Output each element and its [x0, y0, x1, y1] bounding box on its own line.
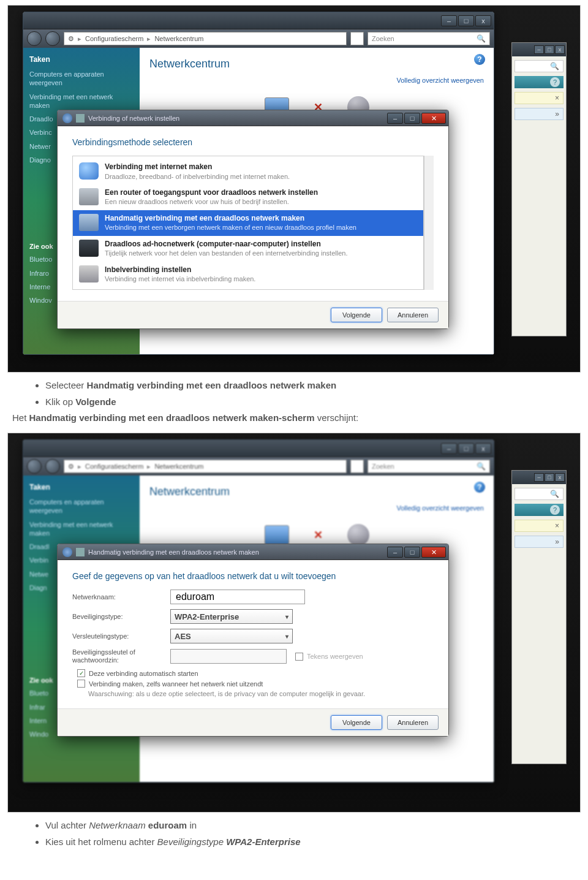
method-option[interactable]: Verbinding met internet maken Draadloze,…: [73, 159, 423, 184]
close-button[interactable]: x: [475, 15, 491, 26]
next-button[interactable]: Volgende: [331, 308, 382, 322]
refresh-button[interactable]: [350, 32, 364, 45]
page-title: Netwerkcentrum: [149, 58, 484, 70]
dialog-heading: Geef de gegevens op van het draadloos ne…: [72, 571, 434, 581]
method-option[interactable]: Draadloos ad-hocnetwerk (computer-naar-c…: [73, 236, 423, 262]
maximize-button[interactable]: □: [404, 547, 420, 558]
minimize-icon[interactable]: –: [534, 45, 544, 54]
minimize-button[interactable]: –: [441, 443, 457, 454]
address-bar: ⚙ ▸ Configuratiescherm ▸ Netwerkcentrum …: [23, 29, 494, 48]
toolbar-strip: ?: [514, 504, 564, 516]
refresh-button[interactable]: [350, 460, 364, 473]
sidebar-item[interactable]: Computers en apparaten weergeven: [29, 70, 134, 88]
method-list: Verbinding met internet maken Draadloze,…: [72, 156, 424, 290]
instruction-item: Klik op Volgende: [45, 395, 576, 409]
next-button[interactable]: Volgende: [331, 715, 382, 730]
router-icon: [79, 188, 99, 205]
encryption-type-label: Versleutelingstype:: [72, 632, 170, 640]
adhoc-icon: [79, 240, 99, 257]
maximize-button[interactable]: □: [458, 443, 474, 454]
auto-start-label: Deze verbinding automatisch starten: [89, 670, 198, 677]
breadcrumb[interactable]: ⚙▸ Configuratiescherm▸ Netwerkcentrum: [64, 460, 347, 473]
search-icon: 🔍: [477, 34, 486, 43]
full-overview-link[interactable]: Volledig overzicht weergeven: [149, 77, 484, 84]
wireless-icon: [79, 214, 99, 231]
instruction-line: Het Handmatig verbinding met een draadlo…: [12, 412, 576, 423]
internet-icon: [79, 162, 99, 180]
info-strip[interactable]: ×: [514, 520, 564, 532]
maximize-icon[interactable]: □: [545, 45, 554, 54]
security-type-label: Beveiligingstype:: [72, 613, 170, 620]
help-icon[interactable]: ?: [474, 54, 485, 65]
breadcrumb[interactable]: ⚙ ▸ Configuratiescherm ▸ Netwerkcentrum: [64, 32, 347, 45]
minimize-button[interactable]: –: [441, 15, 457, 26]
sidebar-item[interactable]: Verbinding met een netwerk maken: [29, 93, 134, 110]
chevron-down-icon: ▾: [285, 633, 288, 640]
connection-method-dialog: Verbinding of netwerk instellen – □ ✕ Ve…: [57, 110, 449, 329]
screenshot-1: – □ x 🔍 ? × » – □ x ⚙ ▸ Configuratiesche…: [7, 5, 581, 373]
secondary-window: – □ x 🔍 ? × »: [511, 42, 567, 336]
titlebar: – □ x: [23, 12, 494, 29]
network-name-label: Netwerknaam:: [72, 593, 170, 601]
show-chars-label: Tekens weergeven: [307, 653, 363, 660]
help-icon[interactable]: ?: [474, 482, 485, 493]
link-strip[interactable]: »: [514, 108, 564, 120]
dialog-title: Handmatig verbinding met een draadloos n…: [88, 548, 259, 556]
close-button[interactable]: ✕: [421, 113, 446, 124]
screenshot-2: – □ x 🔍 ? × » – □ x ⚙▸ Configuratiescher…: [7, 433, 581, 813]
security-type-select[interactable]: WPA2-Enterprise ▾: [170, 609, 293, 624]
scrollbar[interactable]: [424, 156, 434, 290]
auto-start-checkbox[interactable]: ✓: [77, 669, 85, 677]
instructions-2: Vul achter Netwerknaam eduroam in Kies u…: [12, 819, 576, 849]
network-name-input[interactable]: [170, 590, 305, 604]
search-icon: 🔍: [477, 462, 486, 471]
minimize-button[interactable]: –: [387, 547, 403, 558]
info-strip[interactable]: ×: [514, 92, 564, 104]
instruction-item: Selecteer Handmatig verbinding met een d…: [45, 379, 576, 393]
manual-wireless-dialog: Handmatig verbinding met een draadloos n…: [57, 544, 449, 737]
minimize-icon[interactable]: –: [534, 473, 544, 482]
method-option[interactable]: Een router of toegangspunt voor draadloo…: [73, 184, 423, 210]
back-arrow-icon[interactable]: [62, 113, 72, 123]
instructions-1: Selecteer Handmatig verbinding met een d…: [12, 379, 576, 423]
close-button[interactable]: x: [475, 443, 491, 454]
search-input[interactable]: Zoeken 🔍: [368, 460, 490, 473]
link-strip[interactable]: »: [514, 536, 564, 548]
forward-button[interactable]: [45, 459, 60, 474]
security-key-input[interactable]: [170, 649, 287, 664]
chevron-down-icon: ▾: [285, 613, 288, 620]
dialog-title: Verbinding of netwerk instellen: [88, 115, 179, 122]
back-button[interactable]: [27, 31, 42, 46]
show-chars-checkbox: [295, 653, 303, 661]
connect-hidden-checkbox[interactable]: [77, 680, 85, 688]
method-option-selected[interactable]: Handmatig verbinding met een draadloos n…: [73, 210, 423, 236]
close-icon[interactable]: x: [555, 473, 565, 482]
maximize-button[interactable]: □: [404, 113, 420, 124]
globe-icon: [347, 524, 369, 546]
computer-icon: [265, 525, 289, 545]
search-input[interactable]: Zoeken 🔍: [368, 32, 490, 45]
cancel-button[interactable]: Annuleren: [387, 715, 439, 730]
dialog-heading: Verbindingsmethode selecteren: [72, 137, 434, 147]
security-key-label: Beveiligingssleutel of wachtwoordzin:: [72, 648, 170, 664]
method-option[interactable]: Inbelverbinding instellen Verbinding met…: [73, 262, 423, 287]
back-button[interactable]: [27, 459, 42, 474]
cancel-button[interactable]: Annuleren: [387, 308, 439, 322]
instruction-item: Kies uit het rolmenu achter Beveiligings…: [45, 835, 576, 849]
minimize-button[interactable]: –: [387, 113, 403, 124]
disconnected-icon: ✕: [314, 528, 323, 542]
privacy-warning: Waarschuwing: als u deze optie selecteer…: [88, 690, 434, 697]
close-button[interactable]: ✕: [421, 547, 446, 558]
forward-button[interactable]: [45, 31, 60, 46]
instruction-item: Vul achter Netwerknaam eduroam in: [45, 819, 576, 833]
connect-hidden-label: Verbinding maken, zelfs wanneer het netw…: [89, 680, 263, 688]
dialup-icon: [79, 265, 99, 283]
folder-icon: ⚙: [68, 35, 74, 43]
toolbar-strip: ?: [514, 76, 564, 88]
back-arrow-icon[interactable]: [62, 547, 72, 557]
search-icon: 🔍: [550, 490, 559, 498]
encryption-type-select[interactable]: AES ▾: [170, 629, 293, 643]
maximize-button[interactable]: □: [458, 15, 474, 26]
maximize-icon[interactable]: □: [545, 473, 554, 482]
close-icon[interactable]: x: [555, 45, 565, 54]
